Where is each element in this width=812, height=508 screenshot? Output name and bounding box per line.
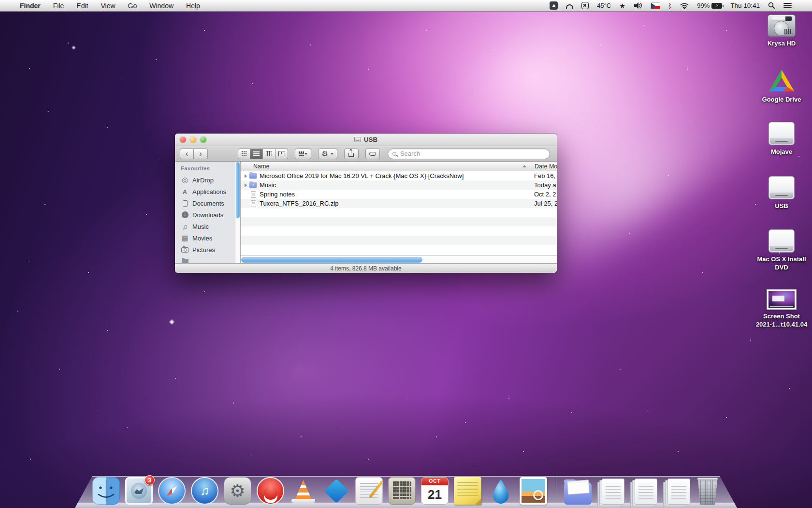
arrange-menu-button[interactable] — [295, 149, 311, 159]
menu-file[interactable]: File — [47, 0, 71, 12]
dock-item-safari[interactable] — [158, 477, 186, 505]
czech-flag-input-icon[interactable] — [651, 3, 660, 9]
forward-button[interactable]: › — [194, 149, 208, 159]
dock-item-mail[interactable]: 3 — [125, 477, 153, 505]
column-name-label: Name — [253, 163, 269, 170]
sidebar-item-movies[interactable]: ▦ Movies — [181, 232, 240, 244]
menu-clock[interactable]: Thu 10:41 — [730, 2, 760, 9]
dock-item-stickies[interactable] — [454, 477, 481, 505]
sidebar-item-label: Music — [192, 223, 209, 230]
file-name: Microsoft Office 2019 for Mac 16.20 VL +… — [260, 172, 464, 179]
folder-icon — [181, 259, 189, 263]
dock-item-document-stack-3[interactable] — [667, 478, 690, 505]
menu-help[interactable]: Help — [180, 0, 206, 12]
sidebar-item-downloads[interactable]: ↓ Downloads — [181, 209, 240, 221]
dock-item-itunes[interactable]: ♫ — [191, 477, 218, 505]
sidebar-item-label: Movies — [192, 235, 212, 242]
volume-icon[interactable] — [634, 0, 643, 12]
sidebar-item-partial[interactable] — [181, 255, 240, 263]
back-button[interactable]: ‹ — [180, 149, 194, 159]
triangle-app-icon[interactable] — [550, 1, 558, 10]
tag-button[interactable] — [365, 149, 380, 159]
column-header-date-modified[interactable]: Date Mo — [530, 162, 557, 171]
menu-bar-left: Finder File Edit View Go Window Help — [0, 0, 206, 12]
star-menu-icon[interactable]: ★ — [619, 0, 625, 12]
menu-view[interactable]: View — [94, 0, 121, 12]
bluetooth-icon[interactable]: ᛒ — [668, 0, 672, 12]
fan-control-icon[interactable] — [581, 2, 589, 9]
menu-list-icon[interactable] — [783, 0, 792, 12]
sidebar-item-music[interactable]: ♫ Music — [181, 221, 240, 232]
dock-item-textedit[interactable] — [355, 477, 383, 505]
menu-go[interactable]: Go — [122, 0, 144, 12]
column-view-icon — [266, 151, 272, 156]
horizontal-scrollbar-thumb[interactable] — [241, 257, 422, 263]
coverflow-view-button[interactable] — [276, 149, 288, 159]
dock-item-vlc[interactable] — [290, 477, 317, 505]
file-row-music[interactable]: Music Today a — [241, 180, 557, 190]
dock-item-red-media-app[interactable] — [257, 477, 284, 505]
gear-icon: ⚙ — [230, 481, 245, 501]
desktop-icon-mojave[interactable]: Mojave — [746, 122, 812, 156]
label-line-1: Screen Shot — [756, 313, 807, 321]
title-bar[interactable]: USB — [175, 134, 557, 146]
dock-item-document-stack-1[interactable] — [602, 478, 624, 505]
file-date: Oct 2, 2 — [530, 191, 557, 198]
dock-item-calendar[interactable]: OCT 21 — [421, 477, 449, 505]
sidebar-item-applications[interactable]: A Applications — [181, 186, 240, 197]
file-row-tuxera-zip[interactable]: Tuxera_NTFS_2016_RC.zip Jul 25, 2 — [241, 199, 557, 208]
dock-item-documents-folder[interactable] — [564, 482, 592, 505]
desktop-icon-label: USB — [775, 202, 788, 210]
screenshot-thumbnail-icon — [767, 289, 797, 310]
file-row-spring-notes[interactable]: Spring notes Oct 2, 2 — [241, 190, 557, 199]
sidebar-item-pictures[interactable]: Pictures — [181, 244, 240, 255]
file-row-microsoft-office[interactable]: Microsoft Office 2019 for Mac 16.20 VL +… — [241, 171, 557, 180]
dock-item-document-stack-2[interactable] — [635, 478, 657, 505]
minimize-button[interactable] — [190, 136, 196, 143]
search-input[interactable] — [399, 149, 545, 158]
file-date: Feb 16, — [530, 172, 557, 179]
battery-status[interactable]: 99% ⚡ — [697, 2, 722, 9]
dock-item-kodi[interactable] — [322, 477, 350, 505]
close-button[interactable] — [180, 136, 186, 143]
zoom-button[interactable] — [200, 136, 206, 143]
icon-view-button[interactable] — [238, 149, 250, 159]
sidebar-scrollbar[interactable] — [235, 162, 240, 263]
external-drive-icon — [768, 122, 795, 145]
temperature-reading: 45°C — [597, 2, 611, 9]
sidebar-scrollbar-thumb[interactable] — [236, 162, 240, 218]
menu-edit[interactable]: Edit — [70, 0, 94, 12]
desktop-icon-krysa-hd[interactable]: Krysa HD — [746, 15, 812, 48]
empty-row — [241, 217, 557, 226]
list-view-button[interactable] — [250, 149, 263, 159]
dock-item-keyboard-app[interactable] — [388, 477, 416, 505]
dock-item-water-drop-app[interactable] — [487, 477, 514, 505]
action-menu-button[interactable]: ⚙ — [318, 149, 337, 159]
dock-item-photos-app[interactable] — [520, 477, 547, 505]
wifi-icon[interactable] — [680, 0, 689, 12]
horizontal-scrollbar[interactable] — [241, 255, 557, 263]
share-button[interactable] — [344, 149, 359, 159]
dock-item-system-preferences[interactable]: ⚙ — [224, 477, 251, 505]
sidebar-item-label: Downloads — [192, 211, 223, 219]
menu-bar-status: 45°C ★ ᛒ 99% ⚡ Thu 10:41 — [550, 0, 812, 12]
calendar-month: OCT — [421, 478, 448, 485]
column-view-button[interactable] — [263, 149, 276, 159]
dock-item-finder[interactable] — [92, 477, 120, 505]
desktop-icon-screen-shot[interactable]: Screen Shot 2021-1...t10.41.04 — [746, 289, 812, 329]
menu-window[interactable]: Window — [143, 0, 180, 12]
disclosure-triangle-icon[interactable] — [245, 174, 247, 178]
search-field[interactable] — [388, 149, 550, 159]
desktop-icon-google-drive[interactable]: Google Drive — [746, 69, 812, 104]
desktop-icon-mac-os-x-install-dvd[interactable]: Mac OS X Install DVD — [746, 229, 812, 272]
column-header-name[interactable]: Name — [241, 162, 530, 171]
disclosure-triangle-icon[interactable] — [245, 183, 247, 187]
desktop-icon-usb[interactable]: USB — [746, 176, 812, 210]
sidebar-item-airdrop[interactable]: ◎ AirDrop — [181, 174, 240, 186]
spotlight-icon[interactable] — [768, 0, 775, 12]
dock: 3 ♫ ⚙ OCT 21 — [0, 463, 812, 508]
dock-item-trash[interactable] — [696, 478, 720, 505]
gauge-menu-icon[interactable] — [566, 4, 573, 9]
menu-finder[interactable]: Finder — [14, 0, 47, 12]
sidebar-item-documents[interactable]: Documents — [181, 197, 240, 209]
